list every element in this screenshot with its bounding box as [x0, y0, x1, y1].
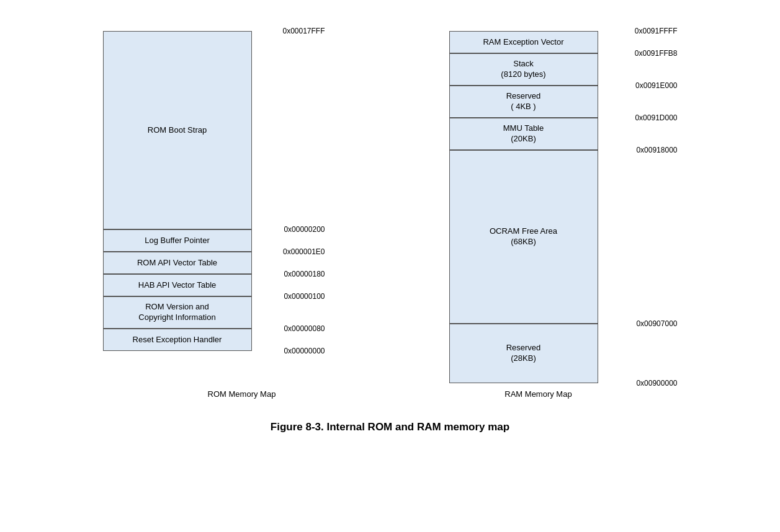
rom-addr-0: 0x00017FFF — [282, 27, 325, 35]
log-buffer-pointer-block: Log Buffer Pointer — [103, 229, 252, 252]
hab-api-vector-label: HAB API Vector Table — [138, 280, 217, 291]
reserved-4kb-block: Reserved( 4KB ) — [449, 86, 598, 118]
reset-exception-label: Reset Exception Handler — [133, 335, 222, 345]
ram-addr-5: 0x00907000 — [636, 319, 677, 328]
ocram-free-label: OCRAM Free Area(68KB) — [490, 226, 557, 247]
rom-api-vector-label: ROM API Vector Table — [137, 258, 217, 268]
rom-boot-strap-block: ROM Boot Strap — [103, 31, 252, 229]
ocram-free-block: OCRAM Free Area(68KB) — [449, 150, 598, 324]
figure-title: Figure 8-3. Internal ROM and RAM memory … — [271, 421, 509, 433]
ram-map-label: RAM Memory Map — [504, 389, 572, 399]
rom-map-label: ROM Memory Map — [208, 389, 276, 399]
mmu-table-label: MMU Table(20KB) — [503, 123, 544, 144]
mmu-table-block: MMU Table(20KB) — [449, 118, 598, 150]
rom-addr-5: 0x00000080 — [284, 324, 325, 333]
rom-version-block: ROM Version andCopyright Information — [103, 296, 252, 329]
ram-addr-1: 0x0091FFB8 — [635, 49, 678, 58]
stack-label: Stack(8120 bytes) — [501, 59, 545, 80]
reserved-4kb-label: Reserved( 4KB ) — [506, 91, 541, 112]
reset-exception-block: Reset Exception Handler — [103, 329, 252, 351]
rom-api-vector-block: ROM API Vector Table — [103, 252, 252, 274]
rom-boot-strap-label: ROM Boot Strap — [148, 125, 207, 136]
rom-addr-4: 0x00000100 — [284, 292, 325, 301]
ram-addr-3: 0x0091D000 — [635, 113, 677, 122]
rom-addr-2: 0x000001E0 — [283, 247, 325, 256]
rom-addr-1: 0x00000200 — [284, 225, 325, 234]
rom-addr-6: 0x00000000 — [284, 347, 325, 355]
reserved-28kb-label: Reserved(28KB) — [506, 343, 541, 364]
reserved-28kb-block: Reserved(28KB) — [449, 324, 598, 383]
ram-addr-6: 0x00900000 — [636, 379, 677, 388]
ram-addr-2: 0x0091E000 — [635, 81, 677, 90]
rom-version-label: ROM Version andCopyright Information — [138, 302, 215, 323]
stack-block: Stack(8120 bytes) — [449, 53, 598, 86]
ram-exception-vector-block: RAM Exception Vector — [449, 31, 598, 53]
ram-addr-0: 0x0091FFFF — [635, 27, 678, 35]
hab-api-vector-block: HAB API Vector Table — [103, 274, 252, 296]
rom-addr-3: 0x00000180 — [284, 270, 325, 278]
ram-addr-4: 0x00918000 — [636, 146, 677, 154]
ram-exception-vector-label: RAM Exception Vector — [483, 37, 563, 48]
log-buffer-pointer-label: Log Buffer Pointer — [145, 236, 210, 246]
